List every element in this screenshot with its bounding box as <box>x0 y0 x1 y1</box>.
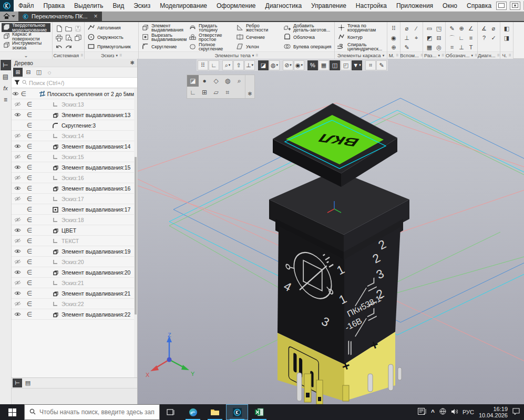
orientation-icon[interactable]: ⇧ <box>233 60 244 70</box>
taskbar-search-input[interactable] <box>39 408 155 416</box>
draft-button[interactable]: Уклон <box>235 42 282 51</box>
control-point-icon[interactable]: ⌖ <box>412 33 421 43</box>
edge-button[interactable] <box>182 404 204 420</box>
section-display-icon[interactable]: ◫ <box>330 60 340 70</box>
tree-item[interactable]: ∈Элемент выдавливания:15 <box>12 162 134 173</box>
deviation-icon[interactable]: % <box>307 60 318 70</box>
tree-item[interactable]: ∈Эскиз:16 <box>12 173 134 183</box>
fillet-button[interactable]: Скругление <box>140 42 188 51</box>
mirror-icon[interactable]: ⊕ <box>389 43 398 52</box>
layout-icon[interactable]: ▭ <box>425 24 434 33</box>
switch-model[interactable]: ВКЛ <box>269 103 409 404</box>
taskbar-search[interactable] <box>24 404 160 420</box>
menu-управление[interactable]: Управление <box>306 0 351 12</box>
tree-item[interactable]: ∈Элемент выдавливания:17 <box>12 204 134 215</box>
zoom-tool-icon[interactable]: ⌕▾ <box>222 60 233 70</box>
rect-button[interactable]: Прямоугольник <box>86 42 137 51</box>
visibility-toggle[interactable] <box>12 165 23 170</box>
local-cs-icon[interactable]: ⊥ <box>402 33 412 43</box>
menu-эскиз[interactable]: Эскиз <box>129 0 155 12</box>
filter-icon[interactable] <box>12 80 22 86</box>
menu-правка[interactable]: Правка <box>39 0 70 12</box>
visibility-toggle[interactable] <box>12 312 23 317</box>
measure-icon[interactable]: ⌗ <box>365 60 376 70</box>
tree-tab-icon[interactable]: ⊢ <box>13 379 22 387</box>
contour-button[interactable]: Контур <box>336 33 385 42</box>
language-indicator[interactable]: РУС <box>463 409 474 415</box>
visibility-toggle[interactable] <box>12 238 23 243</box>
tree-item[interactable]: ∈Элемент выдавливания:21 <box>12 288 134 299</box>
tree-item[interactable]: ∈Элемент выдавливания:14 <box>12 141 134 152</box>
hatch-icon[interactable]: ⌗ <box>447 43 457 52</box>
visibility-toggle[interactable] <box>12 91 19 96</box>
clip-box-icon[interactable]: ▦ <box>318 60 329 70</box>
hidden-lines-icon[interactable]: ⊘▾ <box>283 60 293 70</box>
visibility-toggle[interactable] <box>12 186 23 191</box>
variables-panel-icon[interactable]: fx <box>1 83 11 93</box>
tree-item[interactable]: ∈Эскиз:18 <box>12 215 134 225</box>
tree-item[interactable]: ∈Эскиз:21 <box>12 278 134 288</box>
visibility-toggle[interactable] <box>12 133 23 138</box>
sketch-plane-icon[interactable]: ∟ <box>209 60 219 70</box>
rib-button[interactable]: Ребро жесткости <box>235 23 282 33</box>
simplified-display-icon[interactable]: ◰ <box>341 60 351 70</box>
check-icon[interactable]: ? <box>479 33 489 43</box>
visibility-toggle[interactable] <box>12 291 23 296</box>
notes-icon[interactable]: ✎ <box>402 43 412 52</box>
network-icon[interactable] <box>439 408 446 416</box>
addpart-button[interactable]: Добавить деталь-заготов... <box>282 23 333 33</box>
zoom-icon[interactable]: ⌕ <box>233 75 245 87</box>
partition-icon[interactable]: ◩ <box>425 33 434 43</box>
menu-оформление[interactable]: Оформление <box>212 0 260 12</box>
menu-окно[interactable]: Окно <box>438 0 462 12</box>
window-layout-icon[interactable] <box>496 2 507 10</box>
palette-settings-icon[interactable]: ✱ <box>245 75 254 98</box>
visibility-toggle[interactable] <box>12 270 23 275</box>
circle-button[interactable]: Окружность <box>86 33 137 42</box>
measure-quick-icon[interactable]: ⌗ <box>222 87 233 98</box>
viewport-3d[interactable]: ВКЛ <box>138 59 524 404</box>
corner-icon[interactable]: ∟ <box>187 87 199 98</box>
wire-icon[interactable]: ◍ <box>222 75 233 87</box>
view-right-icon[interactable]: ◨ <box>502 33 511 43</box>
angle-dim-icon[interactable]: ∠ <box>466 24 476 33</box>
app-logo-icon[interactable] <box>0 0 14 12</box>
menu-настройка[interactable]: Настройка <box>351 0 392 12</box>
tree-item[interactable]: ∈Элемент выдавливания:13 <box>12 110 134 120</box>
measure-angle-icon[interactable]: ∡ <box>479 24 489 33</box>
document-tab[interactable]: Переключатель ПК... × <box>18 12 102 21</box>
base-icon[interactable]: ⊥ <box>457 43 466 52</box>
excel-button[interactable] <box>248 404 270 420</box>
shaded-icon[interactable]: ◪ <box>187 75 199 87</box>
menu-файл[interactable]: Файл <box>14 0 39 12</box>
visibility-toggle[interactable] <box>12 102 23 107</box>
tree-item[interactable]: ∈Элемент выдавливания:19 <box>12 246 134 257</box>
tree-item[interactable]: ∈Элемент выдавливания:16 <box>12 183 134 194</box>
save-icon[interactable] <box>73 24 83 33</box>
equal-icon[interactable]: ≡ <box>466 33 476 43</box>
open-document-icon[interactable] <box>64 24 73 33</box>
tree-search[interactable] <box>12 78 137 88</box>
tree-item[interactable]: ∈Плоскость крепления от 2 до 5мм <box>12 89 134 99</box>
rotate-icon[interactable]: ◎ <box>434 43 444 52</box>
tree-marquee-icon[interactable]: ◌ <box>45 68 54 77</box>
tree-structure-icon[interactable]: ⊞ <box>13 68 23 77</box>
grid-icon[interactable]: ▦ <box>425 43 434 52</box>
explorer-button[interactable] <box>204 404 226 420</box>
aux-axis-icon[interactable]: ∕ <box>412 24 421 33</box>
tree-scrollbar[interactable] <box>134 89 137 377</box>
menu-panel-icon[interactable]: ≡ <box>1 94 11 105</box>
cube-button[interactable]: Элемент выдавливания <box>140 23 188 33</box>
cut-button[interactable]: Вырезать выдавливанием <box>140 33 188 42</box>
tree-item[interactable]: ∈Эскиз:15 <box>12 152 134 162</box>
fillet2-button[interactable]: Полное скругление <box>188 42 235 51</box>
thick-button[interactable]: Придать толщину <box>188 23 235 33</box>
visibility-toggle[interactable] <box>12 217 23 222</box>
measure-dia-icon[interactable]: ⌀ <box>489 24 498 33</box>
menu-выделить[interactable]: Выделить <box>69 0 108 12</box>
parameters-panel-icon[interactable]: ▤ <box>1 71 11 82</box>
validate-icon[interactable]: ✓ <box>489 33 498 43</box>
autoline-button[interactable]: Автолиния <box>86 23 137 33</box>
hole-button[interactable]: Отверстие простое <box>188 33 235 42</box>
widgets-icon[interactable] <box>418 408 426 416</box>
